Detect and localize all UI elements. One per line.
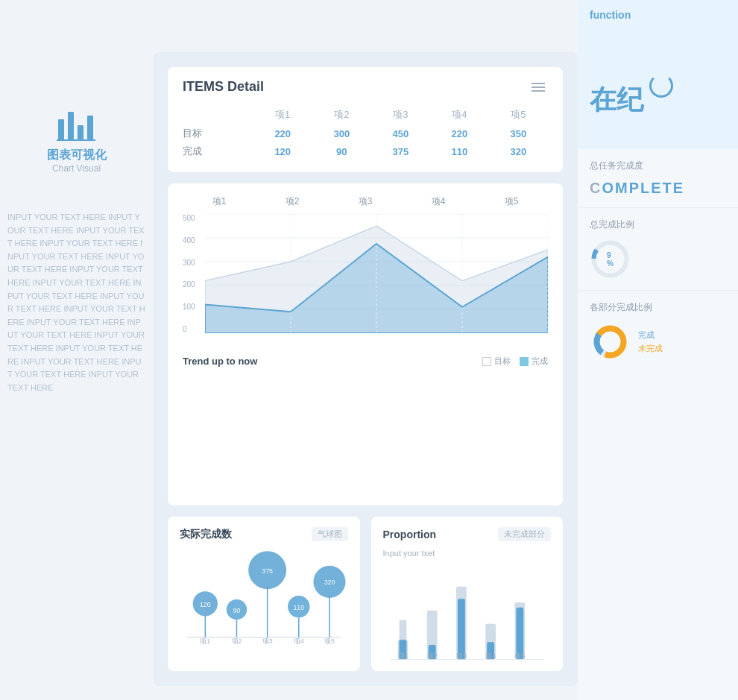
complete-3: 375: [371, 142, 430, 160]
menu-icon[interactable]: [529, 80, 548, 95]
svg-text:项1: 项1: [200, 637, 210, 645]
x-label-5: 项5: [475, 195, 548, 208]
svg-text:项5: 项5: [514, 652, 525, 660]
bubble-chart-area: 120 90 375 110 320: [180, 549, 348, 646]
table-header-5: 项5: [489, 105, 548, 124]
trend-footer: Trend up to now 目标 完成: [183, 356, 548, 367]
svg-text:项4: 项4: [294, 637, 304, 645]
svg-text:项3: 项3: [455, 652, 466, 660]
legend-complete: 完成: [638, 329, 663, 341]
legend-target-label: 目标: [494, 356, 511, 367]
menu-line-1: [532, 83, 545, 84]
table-row-complete: 完成 120 90 375 110 320: [183, 142, 548, 160]
x-label-2: 项2: [256, 195, 329, 208]
c-letter: C: [590, 180, 602, 196]
legend-box-target: [482, 357, 491, 366]
sidebar-placeholder-text: INPUT YOUR TEXT HERE INPUT YOUR TEXT HER…: [0, 211, 153, 394]
left-sidebar: 图表可视化 Chart Visual INPUT YOUR TEXT HERE …: [0, 0, 153, 700]
table-header-2: 项2: [312, 105, 371, 124]
complete-5: 320: [489, 142, 548, 160]
svg-text:项4: 项4: [485, 652, 496, 660]
target-5: 350: [489, 124, 548, 142]
y-200: 200: [183, 280, 205, 288]
bubble-title: 实际完成数: [180, 528, 232, 541]
svg-text:项2: 项2: [426, 652, 437, 660]
status-text: 在纪: [590, 82, 643, 119]
bubble-header: 实际完成数 气球图: [180, 527, 348, 541]
legend-box-complete: [520, 357, 529, 366]
bubble-tag: 气球图: [312, 527, 348, 541]
function-label: function: [590, 9, 631, 21]
omple-text: OMPLETE: [602, 180, 684, 196]
right-legend: 完成 未完成: [638, 329, 663, 354]
trend-svg-wrap: [205, 214, 548, 333]
menu-line-2: [532, 86, 545, 88]
pie-chart: 9%: [590, 239, 631, 280]
proportion-tag: 未完成部分: [498, 527, 551, 541]
chart-icon: [54, 104, 99, 142]
proportion-desc: Input your txet: [383, 549, 552, 558]
total-ratio-label: 总完成比例: [590, 218, 726, 231]
legend-complete-label: 完成: [532, 356, 548, 367]
x-label-1: 项1: [183, 195, 256, 208]
right-top-section: function 在纪: [578, 0, 738, 149]
total-task-label: 总任务完成度: [590, 160, 726, 172]
table-header-4: 项4: [430, 105, 489, 124]
proportion-svg: 项1 项2 项3 项4 项5: [383, 564, 552, 660]
donut-svg: [590, 321, 631, 362]
complete-4: 110: [430, 142, 489, 160]
items-detail-title: ITEMS Detail: [183, 79, 264, 95]
y-500: 500: [183, 214, 205, 222]
proportion-title: Proportion: [383, 529, 437, 540]
trend-chart-area: 0 100 200 300 400 500: [183, 214, 548, 348]
right-panel: function 在纪 总任务完成度 COMPLETE 总完成比例 9%: [578, 0, 738, 700]
each-ratio-label: 各部分完成比例: [590, 301, 726, 314]
complete-1: 120: [253, 142, 312, 160]
legend-incomplete: 未完成: [638, 343, 663, 354]
table-header-3: 项3: [371, 105, 430, 124]
svg-rect-2: [78, 125, 83, 140]
items-detail-header: ITEMS Detail: [183, 79, 548, 95]
trend-svg: [205, 214, 548, 333]
svg-rect-45: [458, 599, 465, 659]
svg-text:320: 320: [324, 578, 335, 586]
trend-card: 项1 项2 项3 项4 项5 0 100 200 300 400 500: [168, 183, 563, 505]
target-3: 450: [371, 124, 430, 142]
svg-text:120: 120: [200, 601, 211, 608]
y-100: 100: [183, 303, 205, 311]
svg-rect-1: [68, 112, 74, 140]
row-label-target: 目标: [183, 124, 253, 142]
svg-text:项2: 项2: [232, 637, 242, 645]
y-300: 300: [183, 259, 205, 267]
trend-title: Trend up to now: [183, 356, 257, 367]
x-label-3: 项3: [329, 195, 402, 208]
svg-text:项1: 项1: [397, 652, 408, 660]
svg-text:项5: 项5: [324, 637, 335, 645]
pie-percent: 9%: [607, 251, 614, 268]
table-header-empty: [183, 105, 253, 124]
legend-target: 目标: [482, 356, 511, 367]
svg-rect-3: [87, 116, 93, 140]
table-header-1: 项1: [253, 105, 312, 124]
y-axis: 0 100 200 300 400 500: [183, 214, 205, 333]
target-2: 300: [312, 124, 371, 142]
total-task-section: 总任务完成度 COMPLETE: [578, 149, 738, 208]
proportion-chart-area: 项1 项2 项3 项4 项5: [383, 564, 552, 660]
row-label-complete: 完成: [183, 142, 253, 160]
svg-text:110: 110: [293, 604, 304, 611]
target-1: 220: [253, 124, 312, 142]
bubble-card: 实际完成数 气球图 120 90 3: [168, 517, 360, 671]
y-400: 400: [183, 236, 205, 245]
legend-complete: 完成: [520, 356, 548, 367]
trend-x-labels: 项1 项2 项3 项4 项5: [183, 195, 548, 208]
x-label-4: 项4: [402, 195, 475, 208]
complete-2: 90: [312, 142, 371, 160]
pie-wrap: 9%: [590, 239, 726, 280]
proportion-header: Proportion 未完成部分: [383, 527, 552, 541]
bubble-svg: 120 90 375 110 320: [180, 549, 348, 646]
svg-text:90: 90: [233, 607, 241, 614]
brand-title-en: Chart Visual: [52, 163, 101, 174]
target-4: 220: [430, 124, 489, 142]
items-detail-card: ITEMS Detail 项1 项2 项3 项4 项5 目标: [168, 67, 563, 172]
brand-logo: 图表可视化 Chart Visual: [47, 104, 107, 174]
